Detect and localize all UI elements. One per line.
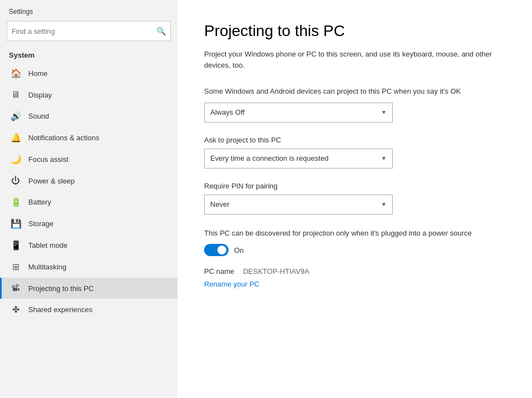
rename-pc-link[interactable]: Rename your PC [204,280,260,288]
sidebar-nav: 🏠Home🖥Display🔊Sound🔔Notifications & acti… [0,63,178,320]
page-title: Projecting to this PC [204,22,505,40]
sidebar-item-storage[interactable]: 💾Storage [0,213,178,234]
home-icon: 🏠 [11,68,21,79]
dropdown1[interactable]: Always Off ▼ [204,103,393,123]
power-source-toggle[interactable] [204,244,229,256]
chevron-down-icon: ▼ [381,201,387,207]
sidebar-item-display[interactable]: 🖥Display [0,84,178,105]
toggle-state-label: On [234,246,244,254]
toggle-knob [217,246,226,254]
dropdown2-label: Ask to project to this PC [204,136,505,144]
search-icon: 🔍 [156,27,166,35]
sound-icon: 🔊 [11,111,21,121]
chevron-down-icon: ▼ [381,155,387,161]
dropdown1-value: Always Off [210,108,245,116]
pc-name-key: PC name [204,267,234,275]
notifications-icon: 🔔 [11,132,21,143]
pc-name-value: DESKTOP-HTIAV9A [243,267,309,275]
sidebar-item-tablet-mode[interactable]: 📱Tablet mode [0,234,178,256]
dropdown2-wrapper: Ask to project to this PC Every time a c… [204,136,505,169]
power-sleep-icon: ⏻ [11,176,21,186]
sidebar-item-label-tablet-mode: Tablet mode [28,241,68,249]
sidebar-item-power-sleep[interactable]: ⏻Power & sleep [0,170,178,191]
toggle-group: On [204,244,505,256]
dropdown3-value: Never [210,200,230,208]
main-content: Projecting to this PC Project your Windo… [178,0,532,398]
sidebar-item-label-display: Display [28,91,52,99]
dropdown3-label: Require PIN for pairing [204,182,505,190]
section-label: System [0,47,178,63]
focus-assist-icon: 🌙 [11,154,21,165]
sidebar: Settings 🔍 System 🏠Home🖥Display🔊Sound🔔No… [0,0,178,398]
sidebar-item-projecting[interactable]: 📽Projecting to this PC [0,278,178,299]
storage-icon: 💾 [11,218,21,229]
sidebar-item-label-home: Home [28,69,48,78]
display-icon: 🖥 [11,90,21,100]
sidebar-item-shared-experiences[interactable]: ✤Shared experiences [0,299,178,320]
chevron-down-icon: ▼ [381,109,387,115]
toggle-description: This PC can be discovered for projection… [204,228,482,239]
page-description: Project your Windows phone or PC to this… [204,49,505,70]
battery-icon: 🔋 [11,197,21,207]
sidebar-item-notifications[interactable]: 🔔Notifications & actions [0,127,178,149]
toggle-row: This PC can be discovered for projection… [204,228,505,257]
sidebar-item-label-power-sleep: Power & sleep [28,177,75,185]
app-title: Settings [0,0,178,21]
sidebar-item-multitasking[interactable]: ⊞Multitasking [0,256,178,278]
tablet-mode-icon: 📱 [11,240,21,251]
sidebar-item-focus-assist[interactable]: 🌙Focus assist [0,149,178,170]
sidebar-item-label-sound: Sound [28,112,49,120]
sidebar-item-label-multitasking: Multitasking [28,263,67,271]
sidebar-item-label-notifications: Notifications & actions [28,134,99,142]
sidebar-item-label-battery: Battery [28,198,51,206]
dropdown3-wrapper: Require PIN for pairing Never ▼ [204,182,505,215]
shared-experiences-icon: ✤ [11,304,21,315]
projecting-icon: 📽 [11,283,21,293]
sidebar-item-label-storage: Storage [28,220,54,228]
dropdown1-label: Some Windows and Android devices can pro… [204,86,505,97]
dropdown3[interactable]: Never ▼ [204,195,393,215]
sidebar-item-label-shared-experiences: Shared experiences [28,305,93,314]
sidebar-item-label-projecting: Projecting to this PC [28,284,94,293]
pc-name-row: PC name DESKTOP-HTIAV9A [204,267,505,275]
sidebar-item-sound[interactable]: 🔊Sound [0,105,178,127]
dropdown1-wrapper: Some Windows and Android devices can pro… [204,86,505,123]
search-input[interactable] [12,27,156,35]
dropdown2-value: Every time a connection is requested [210,154,328,162]
multitasking-icon: ⊞ [11,262,21,272]
sidebar-item-label-focus-assist: Focus assist [28,155,68,164]
search-box[interactable]: 🔍 [7,21,171,41]
sidebar-item-battery[interactable]: 🔋Battery [0,191,178,213]
sidebar-item-home[interactable]: 🏠Home [0,63,178,84]
dropdown2[interactable]: Every time a connection is requested ▼ [204,149,393,169]
